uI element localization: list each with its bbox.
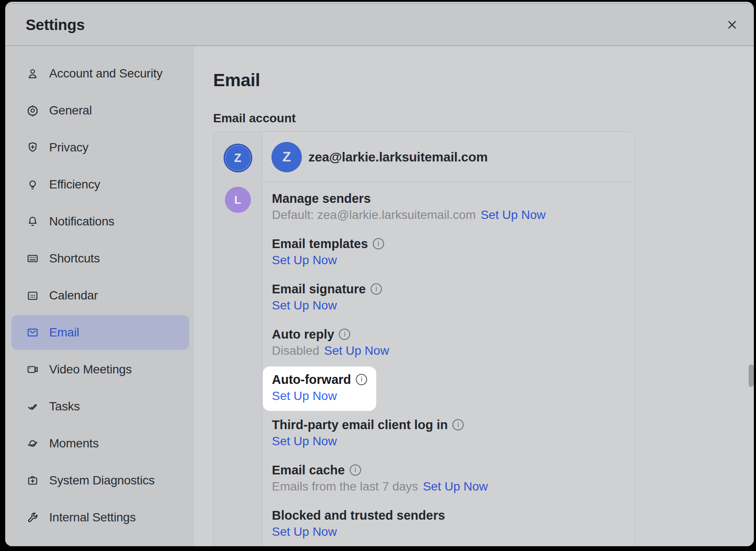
- sidebar-item-tasks[interactable]: Tasks: [11, 389, 189, 424]
- email-avatar: Z: [271, 142, 302, 172]
- set-up-now-link[interactable]: Set Up Now: [272, 299, 337, 312]
- row-title: Manage senders: [272, 192, 371, 205]
- email-settings-panel: Email Email account Z L Z zea@larkie.lar…: [194, 46, 754, 546]
- set-up-now-link[interactable]: Set Up Now: [272, 525, 337, 538]
- email-account-section-label: Email account: [213, 112, 754, 125]
- account-avatar-secondary[interactable]: L: [225, 187, 251, 213]
- set-up-now-link[interactable]: Set Up Now: [272, 253, 337, 267]
- settings-window: Settings Account and Security General Pr…: [0, 0, 756, 551]
- row-title: Email cache: [272, 464, 345, 477]
- sidebar-item-label: Account and Security: [49, 67, 163, 81]
- close-icon[interactable]: [725, 18, 739, 32]
- scrollbar-thumb[interactable]: [749, 364, 754, 387]
- tasks-pen-icon: [26, 400, 39, 413]
- row-subline: Set Up Now: [272, 299, 618, 312]
- sidebar-item-system-diagnostics[interactable]: System Diagnostics: [11, 463, 189, 498]
- row-title: Email templates: [272, 237, 368, 250]
- sidebar-item-video-meetings[interactable]: Video Meetings: [11, 352, 189, 387]
- sidebar-item-label: Internal Settings: [49, 511, 136, 524]
- person-icon: [26, 67, 39, 80]
- first-aid-icon: [26, 474, 39, 487]
- sidebar-item-label: Shortcuts: [49, 252, 100, 265]
- settings-row-blocked-and-trusted-senders: Blocked and trusted senders Set Up Now: [272, 509, 618, 538]
- row-status-text: Disabled: [272, 344, 319, 357]
- email-settings-rows: Manage senders Default: zea@larkie.larks…: [262, 182, 635, 546]
- sidebar-item-calendar[interactable]: Calendar: [11, 278, 189, 313]
- account-avatar-selected[interactable]: Z: [225, 145, 251, 171]
- envelope-icon: [26, 326, 39, 339]
- bell-icon: [26, 215, 39, 228]
- email-account-details: Z zea@larkie.larksuitemail.com Manage se…: [262, 132, 635, 546]
- info-icon[interactable]: i: [356, 374, 367, 385]
- row-subline: Set Up Now: [272, 390, 367, 403]
- sidebar-item-general[interactable]: General: [11, 93, 189, 128]
- shield-plus-icon: [26, 141, 39, 154]
- set-up-now-link[interactable]: Set Up Now: [324, 344, 389, 357]
- account-avatar-strip: Z L: [214, 132, 262, 546]
- set-up-now-link[interactable]: Set Up Now: [272, 434, 337, 448]
- gear-icon: [26, 104, 39, 117]
- row-title: Auto reply: [272, 328, 334, 341]
- planet-icon: [26, 437, 39, 450]
- sidebar-item-email[interactable]: Email: [11, 315, 189, 350]
- sidebar-item-label: General: [49, 104, 92, 118]
- sidebar-item-efficiency[interactable]: Efficiency: [11, 167, 189, 202]
- set-up-now-link[interactable]: Set Up Now: [481, 208, 545, 222]
- sidebar-item-shortcuts[interactable]: Shortcuts: [11, 241, 189, 276]
- sidebar-item-label: Moments: [49, 437, 99, 450]
- settings-row-auto-forward: Auto-forward i Set Up Now: [272, 373, 618, 403]
- row-status-text: Default: zea@larkie.larksuitemail.com: [272, 208, 476, 222]
- info-icon[interactable]: i: [452, 419, 464, 430]
- wrench-icon: [26, 511, 39, 524]
- info-icon[interactable]: i: [339, 329, 350, 340]
- sidebar-item-notifications[interactable]: Notifications: [11, 204, 189, 239]
- settings-row-manage-senders: Manage senders Default: zea@larkie.larks…: [272, 192, 618, 222]
- sidebar-item-label: Email: [49, 326, 79, 339]
- row-subline: Emails from the last 7 daysSet Up Now: [272, 480, 618, 493]
- settings-row-email-cache: Email cache i Emails from the last 7 day…: [272, 464, 618, 493]
- sidebar-item-privacy[interactable]: Privacy: [11, 130, 189, 165]
- row-subline: Set Up Now: [272, 525, 618, 538]
- sidebar-item-label: Notifications: [49, 215, 114, 228]
- settings-row-auto-reply: Auto reply i DisabledSet Up Now: [272, 328, 618, 357]
- sidebar-item-label: System Diagnostics: [49, 474, 154, 487]
- settings-row-email-templates: Email templates i Set Up Now: [272, 237, 618, 267]
- row-subline: Default: zea@larkie.larksuitemail.comSet…: [272, 208, 618, 222]
- email-address: zea@larkie.larksuitemail.com: [308, 150, 488, 165]
- set-up-now-link[interactable]: Set Up Now: [272, 389, 337, 403]
- spotlight-highlight-box: Auto-forward i Set Up Now: [263, 366, 376, 411]
- row-title: Email signature: [272, 282, 366, 296]
- info-icon[interactable]: i: [350, 464, 361, 476]
- settings-row-email-signature: Email signature i Set Up Now: [272, 282, 618, 312]
- row-subline: Set Up Now: [272, 254, 618, 267]
- page-title: Email: [213, 71, 754, 89]
- dialog-header: Settings: [5, 4, 754, 46]
- row-subline: DisabledSet Up Now: [272, 344, 618, 357]
- sidebar-item-label: Privacy: [49, 141, 88, 155]
- info-icon[interactable]: i: [373, 238, 384, 249]
- sidebar-item-moments[interactable]: Moments: [11, 426, 189, 461]
- sidebar-item-internal-settings[interactable]: Internal Settings: [11, 500, 189, 535]
- row-title: Third-party email client log in: [272, 418, 448, 431]
- row-subline: Set Up Now: [272, 435, 618, 448]
- email-account-card: Z L Z zea@larkie.larksuitemail.com Manag…: [213, 131, 636, 546]
- info-icon[interactable]: i: [371, 283, 382, 295]
- settings-row-third-party-email-client-log-in: Third-party email client log in i Set Up…: [272, 418, 618, 448]
- email-address-row: Z zea@larkie.larksuitemail.com: [262, 132, 635, 182]
- settings-dialog: Settings Account and Security General Pr…: [5, 4, 754, 546]
- video-camera-icon: [26, 363, 39, 376]
- sidebar-item-label: Video Meetings: [49, 363, 132, 376]
- settings-sidebar: Account and Security General Privacy Eff…: [5, 46, 194, 546]
- sidebar-item-label: Efficiency: [49, 178, 100, 192]
- sidebar-item-label: Calendar: [49, 289, 98, 302]
- row-title: Auto-forward: [272, 373, 351, 386]
- sidebar-item-label: Tasks: [49, 400, 80, 413]
- set-up-now-link[interactable]: Set Up Now: [423, 480, 488, 493]
- keyboard-icon: [26, 252, 39, 265]
- dialog-title: Settings: [26, 16, 85, 34]
- row-title: Blocked and trusted senders: [272, 509, 445, 522]
- lightbulb-icon: [26, 178, 39, 191]
- sidebar-item-account-and-security[interactable]: Account and Security: [11, 56, 189, 91]
- row-status-text: Emails from the last 7 days: [272, 480, 418, 493]
- calendar-icon: [26, 289, 39, 302]
